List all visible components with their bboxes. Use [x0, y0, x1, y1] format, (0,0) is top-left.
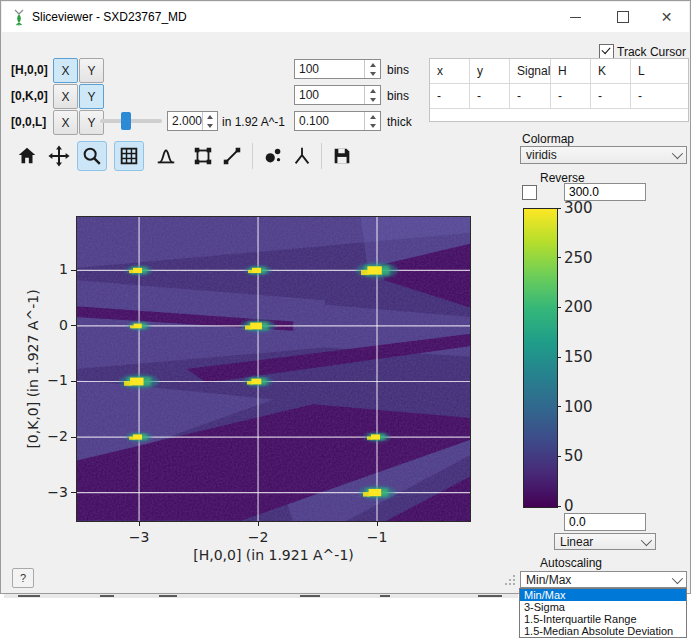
normalization-select[interactable]: Min/Max [520, 571, 687, 588]
col-header-k: K [591, 59, 631, 84]
bins-label-h: bins [387, 63, 409, 77]
close-icon: ✕ [661, 10, 673, 24]
slice-slider[interactable] [100, 119, 162, 123]
maximize-icon [617, 11, 629, 23]
dim-label-h00: [H,0,0] [11, 63, 55, 77]
col-header-l: L [631, 59, 688, 84]
window-title: Sliceviewer - SXD23767_MD [32, 10, 187, 24]
non-orthogonal-axes-icon [291, 145, 313, 167]
spinbox-arrows-icon[interactable] [364, 60, 380, 78]
region-of-interest-button[interactable] [188, 141, 218, 171]
spinbox-arrows-icon[interactable] [202, 112, 217, 130]
save-icon [331, 145, 353, 167]
overlay-peaks-button[interactable] [258, 141, 288, 171]
help-button[interactable]: ? [12, 568, 34, 588]
minimize-icon [570, 17, 581, 18]
plot-canvas[interactable] [76, 216, 471, 522]
spinbox-arrows-icon[interactable] [364, 112, 380, 130]
thick-label: thick [387, 115, 412, 129]
dim-h00-y-button[interactable]: Y [79, 58, 104, 83]
colorbar [523, 208, 558, 508]
zoom-button[interactable] [77, 141, 107, 171]
cell-x: - [430, 84, 470, 109]
dim-label-0k0: [0,K,0] [11, 89, 55, 103]
maximize-button[interactable] [600, 2, 645, 32]
sliceviewer-window: Sliceviewer - SXD23767_MD ✕ [H,0,0] X Y … [0, 0, 691, 594]
chevron-down-icon [672, 148, 683, 159]
norm-option-3sigma[interactable]: 3-Sigma [520, 601, 686, 613]
save-button[interactable] [327, 141, 357, 171]
norm-option-minmax[interactable]: Min/Max [520, 589, 686, 601]
bins-label-k: bins [387, 89, 409, 103]
bins-spinbox-h[interactable]: 100 [294, 59, 381, 79]
slice-unit-label: in 1.92 A^-1 [222, 115, 285, 129]
dim-0k0-x-button[interactable]: X [53, 84, 78, 109]
grid-icon [118, 145, 140, 167]
region-of-interest-icon [192, 145, 214, 167]
thickness-spinbox[interactable]: 0.100 [294, 111, 381, 131]
pan-icon [48, 145, 70, 167]
clipped-status-bar [4, 594, 518, 598]
close-button[interactable]: ✕ [644, 2, 689, 32]
normalization-dropdown: Min/Max 3-Sigma 1.5-Interquartile Range … [519, 588, 687, 638]
scale-select[interactable]: Linear [554, 533, 656, 550]
y-axis-label: [0,K,0] (in 1.927 A^-1) [25, 264, 41, 474]
track-cursor-label: Track Cursor [617, 45, 686, 59]
zoom-icon [81, 145, 103, 167]
chevron-down-icon [641, 534, 652, 545]
track-cursor-checkbox[interactable] [599, 44, 614, 59]
cell-h: - [551, 84, 591, 109]
line-plots-icon [155, 145, 177, 167]
title-bar: Sliceviewer - SXD23767_MD ✕ [2, 2, 689, 32]
cursor-info-table: x y Signal H K L - - - - - - [429, 58, 689, 122]
grid-button[interactable] [114, 141, 144, 171]
dim-00l-x-button[interactable]: X [53, 110, 78, 135]
spinbox-arrows-icon[interactable] [364, 86, 380, 104]
line-cut-icon [221, 145, 243, 167]
mantid-logo-icon [10, 8, 28, 26]
dim-label-00l: [0,0,L] [11, 115, 55, 129]
cell-signal: - [510, 84, 551, 109]
colormap-label: Colormap [522, 132, 574, 146]
norm-option-mad[interactable]: 1.5-Median Absolute Deviation [520, 625, 686, 637]
line-cut-button[interactable] [217, 141, 247, 171]
cell-y: - [470, 84, 510, 109]
toolbar-separator [252, 143, 253, 169]
dim-h00-x-button[interactable]: X [53, 58, 78, 83]
col-header-signal: Signal [510, 59, 551, 84]
col-header-h: H [551, 59, 591, 84]
col-header-y: y [470, 59, 510, 84]
home-icon [16, 145, 38, 167]
bins-spinbox-k[interactable]: 100 [294, 85, 381, 105]
x-axis-label: [H,0,0] (in 1.921 A^-1) [111, 547, 436, 563]
pan-button[interactable] [44, 141, 74, 171]
line-plots-button[interactable] [151, 141, 181, 171]
cell-k: - [591, 84, 631, 109]
non-orthogonal-axes-button[interactable] [287, 141, 317, 171]
home-button[interactable] [12, 141, 42, 171]
slice-slider-handle[interactable] [121, 112, 131, 130]
splitter-grip[interactable] [505, 575, 517, 587]
colorbar-min-input[interactable] [564, 513, 646, 531]
col-header-x: x [430, 59, 470, 84]
dim-0k0-y-button[interactable]: Y [79, 84, 104, 109]
norm-option-iqr[interactable]: 1.5-Interquartile Range [520, 613, 686, 625]
autoscaling-label: Autoscaling [540, 556, 602, 570]
reverse-checkbox[interactable] [522, 185, 537, 200]
overlay-peaks-icon [262, 145, 284, 167]
cell-l: - [631, 84, 688, 109]
slice-value-spinbox[interactable]: 2.000 [167, 111, 218, 131]
minimize-button[interactable] [553, 2, 598, 32]
colormap-select[interactable]: viridis [520, 146, 687, 164]
toolbar-separator [321, 143, 322, 169]
chevron-down-icon [672, 572, 683, 583]
